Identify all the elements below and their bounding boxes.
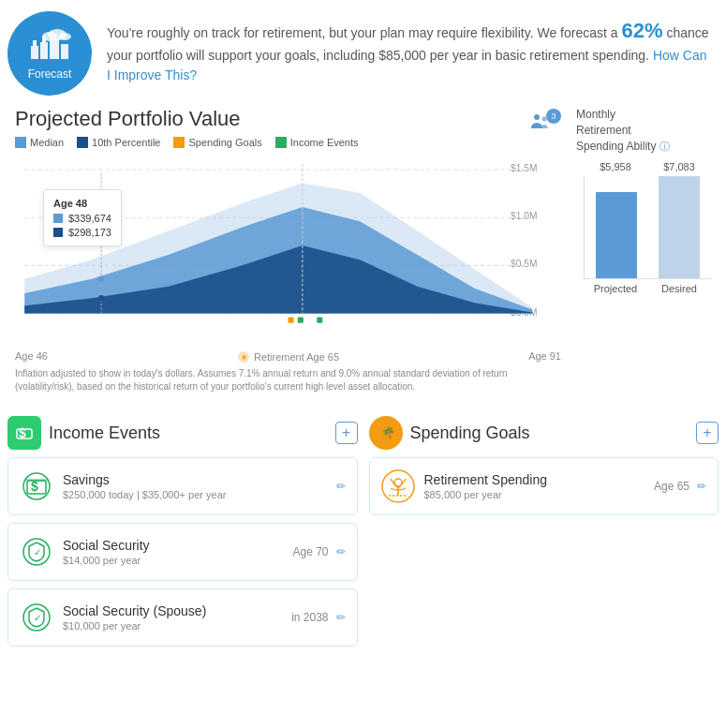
svg-point-28 <box>98 295 104 301</box>
chart-header-row: Projected Portfolio Value 3 <box>7 107 569 137</box>
svg-rect-4 <box>50 38 59 59</box>
social-security-card-icon: ✓ <box>20 535 53 569</box>
bar-desired-top-label: $7,083 <box>656 161 703 172</box>
svg-point-27 <box>98 276 104 282</box>
spending-goals-panel: 🌴 Spending Goals + <box>369 416 719 654</box>
bar-desired-col <box>659 176 700 278</box>
spending-goals-title: Spending Goals <box>410 423 689 443</box>
forecast-chart-icon <box>27 27 72 64</box>
social-security-spouse-card[interactable]: ✓ Social Security (Spouse) $10,000 per y… <box>7 588 358 646</box>
spending-icon: 🌴 <box>376 423 396 443</box>
spending-info-icon[interactable]: ⓘ <box>659 141 670 152</box>
bar-desired <box>659 176 700 278</box>
savings-subtitle: $250,000 today | $35,000+ per year <box>63 489 323 500</box>
svg-text:$0.5M: $0.5M <box>511 259 537 269</box>
legend-income-label: Income Events <box>290 137 359 148</box>
svg-point-7 <box>42 32 57 41</box>
tooltip-swatch-1 <box>53 214 63 223</box>
svg-rect-2 <box>40 42 48 59</box>
person-control[interactable]: 3 <box>529 111 565 132</box>
svg-text:🌴: 🌴 <box>381 425 395 439</box>
social-security-spouse-edit-button[interactable]: ✏ <box>336 611 346 624</box>
tooltip-age: Age 48 <box>53 198 111 209</box>
svg-rect-5 <box>61 44 68 59</box>
social-security-edit-button[interactable]: ✏ <box>336 545 346 558</box>
bar-projected-top-label: $5,958 <box>592 161 639 172</box>
bar-bottom-labels: Projected Desired <box>584 283 711 294</box>
social-security-icon: ✓ <box>22 537 52 567</box>
svg-point-9 <box>534 114 540 120</box>
social-security-card[interactable]: ✓ Social Security $14,000 per year Age 7… <box>7 523 358 581</box>
svg-text:✓: ✓ <box>34 613 41 623</box>
legend-10th: 10th Percentile <box>77 137 160 148</box>
spending-goals-add-button[interactable]: + <box>696 422 719 444</box>
social-security-spouse-subtitle: $10,000 per year <box>63 620 282 631</box>
social-security-spouse-right: in 2038 ✏ <box>291 611 345 624</box>
header-message-part1: You're roughly on track for retirement, … <box>107 25 621 40</box>
forecast-label: Forecast <box>28 67 72 81</box>
svg-rect-1 <box>33 40 37 46</box>
svg-rect-25 <box>317 318 322 323</box>
svg-point-8 <box>58 33 71 40</box>
savings-title: Savings <box>63 472 323 487</box>
social-security-spouse-year: in 2038 <box>291 611 328 624</box>
bar-projected-col <box>596 176 637 278</box>
social-security-spouse-body: Social Security (Spouse) $10,000 per yea… <box>63 603 282 631</box>
savings-edit-button[interactable]: ✏ <box>336 480 346 493</box>
monthly-chart: MonthlyRetirementSpending Ability ⓘ $5,9… <box>569 107 719 401</box>
income-events-add-button[interactable]: + <box>335 422 358 444</box>
tooltip-value-2: $298,173 <box>68 227 111 238</box>
chart-x-labels: Age 46 ★ Retirement Age 65 Age 91 <box>7 349 569 364</box>
header-section: Forecast You're roughly on track for ret… <box>0 0 726 107</box>
tooltip-row-2: $298,173 <box>53 227 111 238</box>
x-label-right: Age 91 <box>528 350 561 364</box>
person-badge: 3 <box>546 109 561 124</box>
x-label-center: Retirement Age 65 <box>254 351 339 363</box>
savings-card[interactable]: $ Savings $250,000 today | $35,000+ per … <box>7 457 358 515</box>
retirement-spending-card[interactable]: Retirement Spending $85,000 per year Age… <box>369 457 719 515</box>
svg-text:✓: ✓ <box>34 547 41 557</box>
legend-spending-label: Spending Goals <box>188 137 261 148</box>
bar-top-labels: $5,958 $7,083 <box>584 161 711 172</box>
chart-title: Projected Portfolio Value <box>7 107 241 131</box>
tooltip-row-1: $339,674 <box>53 213 111 224</box>
legend-10th-box <box>77 137 88 148</box>
bar-chart-container: $5,958 $7,083 Projected Desired <box>576 161 719 294</box>
income-events-panel: $ Income Events + $ Savings $25 <box>7 416 358 654</box>
dollar-icon: $ <box>15 423 34 442</box>
legend-median-label: Median <box>30 137 64 148</box>
legend-income-box <box>275 137 287 148</box>
bar-desired-bottom-label: Desired <box>656 283 703 294</box>
svg-rect-24 <box>298 318 304 323</box>
retirement-spending-right: Age 65 ✏ <box>654 480 706 493</box>
bar-projected <box>596 192 637 278</box>
retirement-spending-edit-button[interactable]: ✏ <box>697 480 706 493</box>
social-security-spouse-title: Social Security (Spouse) <box>63 603 282 618</box>
social-security-subtitle: $14,000 per year <box>63 555 283 566</box>
bar-chart <box>584 176 711 279</box>
social-security-spouse-card-icon: ✓ <box>20 601 53 634</box>
income-events-add-label: + <box>342 425 350 440</box>
chart-tooltip: Age 48 $339,674 $298,173 <box>43 189 122 246</box>
social-security-spouse-icon: ✓ <box>22 602 52 632</box>
income-events-title: Income Events <box>49 423 328 443</box>
spending-goals-header: 🌴 Spending Goals + <box>369 416 719 450</box>
x-label-left: Age 46 <box>15 350 48 364</box>
legend-median-box <box>15 137 26 148</box>
chart-container[interactable]: $1.5M $1.0M $0.5M $0.0M <box>15 152 561 349</box>
retirement-spending-age: Age 65 <box>654 480 689 493</box>
tooltip-swatch-2 <box>53 228 63 237</box>
retirement-spending-icon <box>381 469 415 503</box>
svg-rect-36 <box>25 479 48 482</box>
svg-text:$1.5M: $1.5M <box>511 163 537 173</box>
monthly-chart-title: MonthlyRetirementSpending Ability ⓘ <box>576 107 719 154</box>
legend-median: Median <box>15 137 64 148</box>
savings-card-body: Savings $250,000 today | $35,000+ per ye… <box>63 472 323 500</box>
portfolio-chart-svg: $1.5M $1.0M $0.5M $0.0M <box>15 152 561 349</box>
chart-area: Projected Portfolio Value 3 Median 10th … <box>0 107 726 401</box>
social-security-right: Age 70 ✏ <box>292 545 345 558</box>
retirement-spending-body: Retirement Spending $85,000 per year <box>424 472 645 500</box>
chart-main: Projected Portfolio Value 3 Median 10th … <box>7 107 569 401</box>
tooltip-value-1: $339,674 <box>68 213 111 224</box>
retirement-label: ★ Retirement Age 65 <box>237 350 339 364</box>
